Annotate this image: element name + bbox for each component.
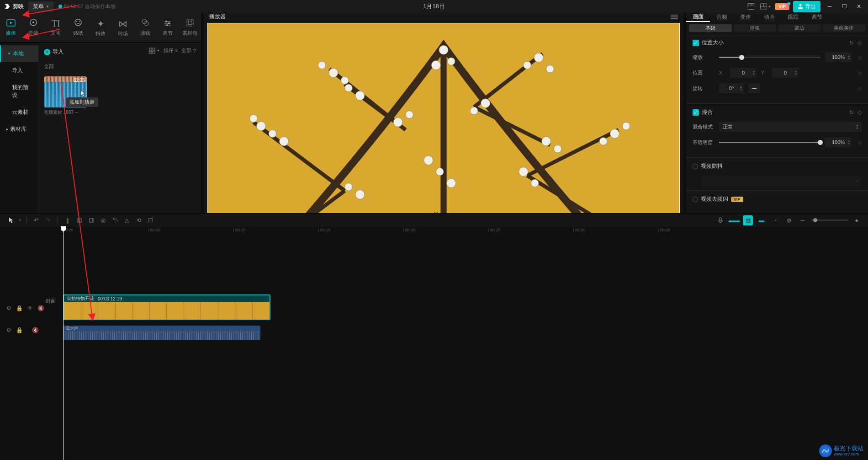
app-header: 剪映 菜单 ▼ 01:50:07 自动保存本地 1月18日 ▼ VIP 导出 ─… (0, 0, 868, 13)
mirror-tool[interactable]: ⮌ (110, 215, 120, 225)
settings-icon[interactable]: ⚙ (6, 305, 11, 311)
magnet-icon[interactable]: ⫞ (770, 215, 780, 225)
eye-icon[interactable]: 👁 (27, 305, 33, 311)
tab-audio[interactable]: 音频 (22, 13, 45, 42)
opacity-slider[interactable] (719, 142, 820, 143)
sub-tab-beauty[interactable]: 美颜美体 (823, 24, 866, 32)
pointer-tool[interactable] (6, 215, 16, 225)
keyframe-diamond-icon[interactable]: ◇ (858, 140, 862, 145)
tab-material[interactable]: 素材包 (179, 13, 201, 42)
settings-icon[interactable]: ⚙ (6, 327, 11, 333)
undo-button[interactable]: ↶ (31, 215, 41, 225)
sidebar-item-preset[interactable]: 我的预设 (0, 79, 38, 104)
svg-point-12 (76, 21, 77, 22)
zoom-slider[interactable] (811, 219, 848, 221)
maximize-button[interactable]: ☐ (841, 3, 848, 10)
sidebar-item-cloud[interactable]: 云素材 (0, 104, 38, 121)
keyframe-diamond-icon[interactable]: ◇ (858, 86, 862, 91)
timeline[interactable]: 00:00 | 00:05 | 00:10 | 00:15 | 00:20 | … (0, 227, 868, 460)
lock-icon[interactable]: 🔒 (16, 305, 23, 311)
svg-rect-3 (751, 5, 752, 5)
blend-checkbox[interactable]: ✓ (693, 109, 699, 116)
prop-tab-anim[interactable]: 动画 (757, 13, 781, 22)
track-mode-1[interactable]: ▬▬ (729, 215, 739, 225)
sub-tab-basic[interactable]: 基础 (689, 24, 732, 32)
freeze-tool[interactable]: △ (122, 215, 132, 225)
deflicker-checkbox[interactable] (693, 197, 698, 202)
x-value[interactable]: 0▲▼ (730, 68, 757, 78)
track-mode-2[interactable]: ▤ (743, 215, 753, 225)
scale-value[interactable]: 100%▲▼ (825, 52, 852, 62)
lock-icon[interactable]: 🔒 (16, 327, 23, 333)
tab-text[interactable]: TI文本 (45, 13, 67, 42)
prop-tab-track[interactable]: 跟踪 (781, 13, 805, 22)
mute-icon[interactable]: 🔇 (37, 305, 44, 311)
tab-transition[interactable]: ⋈转场 (111, 13, 134, 42)
mic-icon[interactable] (715, 215, 725, 225)
export-button[interactable]: 导出 (793, 1, 820, 12)
mirror-button[interactable]: ─ (748, 83, 760, 93)
sort-button[interactable]: 排序⇅ (164, 47, 178, 54)
keyframe-diamond-icon[interactable]: ◇ (858, 55, 862, 60)
layout-icon[interactable]: ▼ (760, 2, 771, 11)
delete-right-tool[interactable] (86, 215, 96, 225)
redo-button[interactable]: ↷ (43, 215, 53, 225)
tab-sticker[interactable]: 贴纸 (67, 13, 90, 42)
svg-point-38 (345, 84, 353, 92)
sidebar-item-library[interactable]: ▸素材库 (0, 121, 38, 138)
tab-effects[interactable]: ✦特效 (90, 13, 112, 42)
svg-rect-70 (78, 219, 81, 222)
keyframe-icon[interactable]: ◇ (857, 40, 862, 46)
position-checkbox[interactable]: ✓ (693, 40, 699, 46)
prop-tab-picture[interactable]: 画面 (686, 13, 710, 22)
tab-filter[interactable]: 滤镜 (134, 13, 156, 42)
link-icon[interactable]: ⊘ (784, 215, 794, 225)
zoom-in-icon[interactable]: ● (852, 215, 862, 225)
vip-badge[interactable]: VIP (775, 3, 789, 10)
mute-icon[interactable]: 🔇 (32, 327, 39, 333)
prop-tab-color[interactable]: 调节 (805, 13, 829, 22)
sidebar-item-local[interactable]: ▼本地 (0, 45, 38, 62)
app-logo: 剪映 (4, 3, 24, 11)
delete-left-tool[interactable] (74, 215, 85, 225)
shortcut-icon[interactable] (746, 2, 757, 11)
zoom-out-icon[interactable]: ─ (798, 215, 808, 225)
svg-point-64 (481, 99, 490, 108)
record-icon[interactable]: ◎ (98, 215, 108, 225)
timeline-ruler[interactable]: 00:00 | 00:05 | 00:10 | 00:15 | 00:20 | … (63, 227, 868, 235)
stabilize-select[interactable]: ▼ (702, 176, 862, 186)
tooltip: 添加到轨道 (66, 97, 98, 107)
sub-tab-cutout[interactable]: 抠像 (734, 24, 777, 32)
close-button[interactable]: ✕ (855, 3, 863, 10)
cover-button[interactable]: 封面 (46, 298, 61, 305)
prop-tab-speed[interactable]: 变速 (734, 13, 757, 22)
reset-icon[interactable]: ↻ (849, 40, 854, 46)
audio-clip[interactable]: 流水声 (63, 326, 260, 340)
view-grid-button[interactable]: ▼ (149, 47, 160, 54)
crop-tool[interactable]: ☐ (146, 215, 156, 225)
tab-media[interactable]: 媒体 (0, 13, 22, 42)
sub-tab-mask[interactable]: 蒙版 (778, 24, 821, 32)
track-mode-3[interactable]: ▬ (757, 215, 767, 225)
tab-adjust[interactable]: 调节 (156, 13, 179, 42)
opacity-value[interactable]: 100%▲▼ (825, 137, 852, 147)
keyframe-icon[interactable]: ◇ (857, 109, 862, 116)
keyframe-diamond-icon[interactable]: ◇ (858, 70, 862, 75)
blend-mode-select[interactable]: 正常▲▼ (719, 122, 862, 132)
y-value[interactable]: 0▲▼ (772, 68, 799, 78)
scale-slider[interactable] (719, 57, 820, 58)
playhead[interactable] (63, 227, 64, 460)
video-clip[interactable]: 实拍植物开花00:00:12:19 (63, 294, 270, 320)
player-menu-icon[interactable] (671, 15, 678, 19)
prop-tab-audio[interactable]: 音频 (710, 13, 734, 22)
reset-icon[interactable]: ↻ (849, 109, 854, 116)
menu-button[interactable]: 菜单 ▼ (28, 1, 54, 12)
filter-button[interactable]: 全部▽ (181, 47, 196, 54)
minimize-button[interactable]: ─ (826, 3, 833, 10)
rotation-value[interactable]: 0°▲▼ (719, 83, 744, 93)
svg-point-29 (257, 122, 266, 131)
reverse-tool[interactable]: ⟲ (134, 215, 144, 225)
stabilize-checkbox[interactable] (693, 164, 698, 169)
sidebar-item-import[interactable]: 导入 (0, 62, 38, 79)
split-tool[interactable]: ‖ (63, 215, 73, 225)
